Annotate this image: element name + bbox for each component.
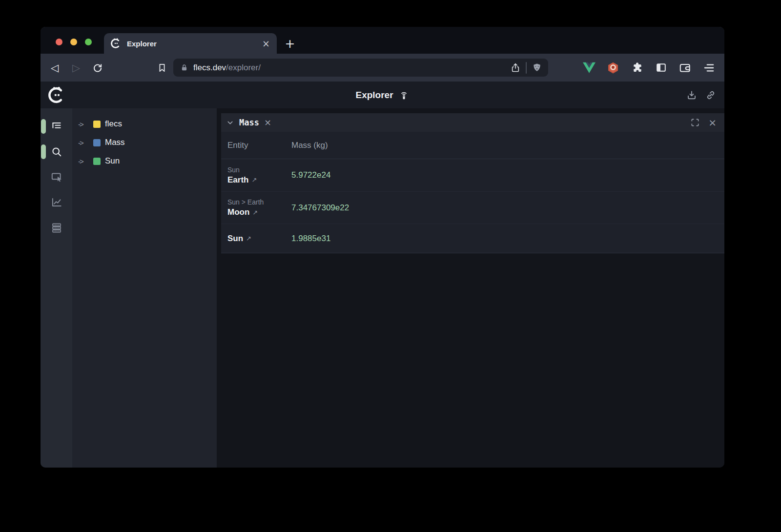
sidebar-toggle-icon[interactable] <box>654 61 668 75</box>
query-panel: Mass × × Entity <box>217 108 724 468</box>
tree-item-label: Mass <box>105 138 125 147</box>
lock-icon <box>180 63 188 72</box>
zoom-window-button[interactable] <box>85 39 92 45</box>
inspector-icon[interactable] <box>50 171 63 184</box>
tree-item-label: flecs <box>105 119 122 129</box>
expand-chevron-icon[interactable]: -> <box>78 120 89 128</box>
panel-header-actions: × <box>690 118 717 127</box>
new-tab-button[interactable]: + <box>283 36 297 51</box>
entity-link[interactable]: Sun↗ <box>227 234 291 244</box>
extensions-puzzle-icon[interactable] <box>630 61 644 75</box>
remote-connection-icon <box>398 89 410 101</box>
page-title-group: Explorer <box>41 89 724 101</box>
entity-color-swatch <box>93 139 101 146</box>
tree-item-label: Sun <box>105 156 120 166</box>
fullscreen-icon[interactable] <box>690 118 700 127</box>
hexagon-extension-icon[interactable] <box>606 61 620 75</box>
entity-name: Sun <box>227 234 243 244</box>
browser-tab-explorer[interactable]: Explorer × <box>104 33 277 54</box>
close-window-button[interactable] <box>56 39 62 45</box>
link-icon[interactable] <box>705 89 717 101</box>
url-domain: flecs.dev <box>193 63 226 72</box>
entity-parent-path: Sun <box>227 166 291 174</box>
extension-toolbar <box>582 61 718 75</box>
traffic-lights <box>56 39 92 45</box>
tree-panel-open-indicator <box>41 119 46 134</box>
tree-item-flecs[interactable]: -> flecs <box>72 115 217 133</box>
column-header-mass: Mass (kg) <box>291 141 328 150</box>
back-button[interactable]: ◁ <box>47 61 62 75</box>
title-bar: Explorer × + <box>41 27 724 54</box>
panel-sidebar <box>41 108 72 468</box>
table-row: Sun > Earth Moon↗ 7.34767309e22 <box>221 191 724 224</box>
tree-item-mass[interactable]: -> Mass <box>72 133 217 152</box>
query-results-table: Entity Mass (kg) Sun Earth↗ 5.9722e24 Su… <box>221 132 724 253</box>
vue-devtools-icon[interactable] <box>582 61 596 75</box>
table-header-row: Entity Mass (kg) <box>221 132 724 159</box>
address-bar[interactable]: flecs.dev/explorer/ <box>173 59 548 77</box>
tab-close-icon[interactable]: × <box>262 39 270 48</box>
page-title: Explorer <box>355 90 393 101</box>
external-link-arrow-icon: ↗ <box>252 209 258 216</box>
header-actions <box>686 89 717 101</box>
content-area: -> flecs -> Mass -> Sun <box>41 108 724 468</box>
tree-item-sun[interactable]: -> Sun <box>72 152 217 170</box>
menu-icon[interactable] <box>702 61 716 75</box>
expand-chevron-icon[interactable]: -> <box>78 139 89 147</box>
entity-name: Moon <box>227 207 249 217</box>
reload-button[interactable] <box>90 61 105 75</box>
app-header: Explorer <box>41 82 724 108</box>
mass-value: 7.34767309e22 <box>291 203 349 213</box>
entity-cell: Sun↗ <box>227 234 291 244</box>
query-panel-open-indicator <box>41 144 46 159</box>
entity-cell: Sun > Earth Moon↗ <box>227 198 291 217</box>
entity-cell: Sun Earth↗ <box>227 166 291 185</box>
url-path: /explorer/ <box>226 63 261 72</box>
entity-link[interactable]: Earth↗ <box>227 175 291 185</box>
mass-value: 5.9722e24 <box>291 170 330 180</box>
search-icon[interactable] <box>50 145 63 158</box>
expand-chevron-icon[interactable]: -> <box>78 157 89 165</box>
address-bar-divider <box>526 62 527 74</box>
navigation-bar: ◁ ▷ flecs.dev/explorer/ <box>41 54 724 82</box>
share-icon[interactable] <box>510 62 521 73</box>
entity-name: Earth <box>227 175 248 185</box>
forward-button[interactable]: ▷ <box>69 61 83 75</box>
memory-rows-icon[interactable] <box>50 222 63 234</box>
stats-chart-icon[interactable] <box>50 196 63 209</box>
entity-parent-path: Sun > Earth <box>227 198 291 206</box>
tab-title: Explorer <box>127 40 257 48</box>
entity-tree-panel: -> flecs -> Mass -> Sun <box>72 108 217 468</box>
table-row: Sun↗ 1.9885e31 <box>221 224 724 253</box>
panel-close-icon[interactable]: × <box>708 118 717 127</box>
wallet-icon[interactable] <box>678 61 692 75</box>
collapse-chevron-icon[interactable] <box>226 119 234 127</box>
entity-link[interactable]: Moon↗ <box>227 207 291 217</box>
browser-window: Explorer × + ◁ ▷ flecs.dev/ <box>41 27 724 468</box>
minimize-window-button[interactable] <box>70 39 77 45</box>
entity-color-swatch <box>93 121 101 128</box>
flecs-favicon-icon <box>111 38 122 49</box>
bookmark-icon[interactable] <box>155 61 169 75</box>
tree-view-icon[interactable] <box>50 120 63 133</box>
query-title: Mass <box>239 118 259 127</box>
mass-value: 1.9885e31 <box>291 234 330 244</box>
query-close-icon[interactable]: × <box>264 118 271 127</box>
table-row: Sun Earth↗ 5.9722e24 <box>221 159 724 191</box>
query-panel-header: Mass × × <box>221 113 724 132</box>
entity-color-swatch <box>93 158 101 165</box>
flecs-logo <box>48 86 66 104</box>
brave-shield-icon[interactable] <box>532 62 542 73</box>
url-text: flecs.dev/explorer/ <box>193 63 505 73</box>
external-link-arrow-icon: ↗ <box>251 176 257 184</box>
download-icon[interactable] <box>686 89 698 101</box>
external-link-arrow-icon: ↗ <box>246 235 251 242</box>
column-header-entity: Entity <box>227 141 291 150</box>
